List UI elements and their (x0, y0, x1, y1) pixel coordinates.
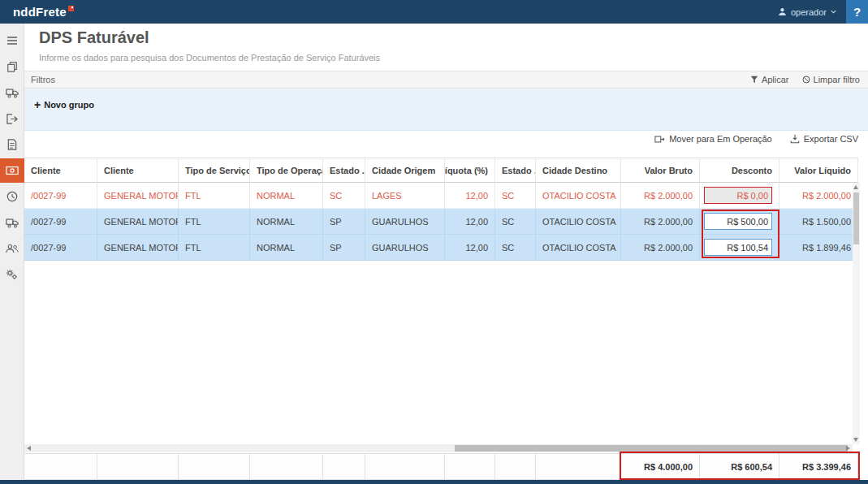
filters-bar: Filtros Aplicar Limpar filtro (24, 71, 868, 89)
cell-cidade-destino: OTACILIO COSTA (536, 183, 621, 209)
move-box-icon (654, 135, 665, 144)
app-logo[interactable]: nddFrete (13, 5, 74, 19)
total-empty-cell (365, 454, 445, 480)
cell-valor-liquido: R$ 2.000,00 (779, 183, 858, 209)
cell-tipo-operacao: NORMAL (250, 183, 323, 209)
cell-cidade-origem: GUARULHOS (365, 235, 445, 261)
cell-aliquota: 12,00 (445, 235, 495, 261)
col-tipo-operacao[interactable]: Tipo de Operação (250, 158, 323, 183)
export-csv-button[interactable]: Exportar CSV (790, 134, 858, 144)
page-title: DPS Faturável (39, 28, 149, 47)
cell-valor-liquido: R$ 1.899,46 (779, 235, 858, 261)
cell-valor-bruto: R$ 2.000,00 (621, 235, 700, 261)
cell-estado-destino: SC (495, 183, 536, 209)
menu-icon[interactable] (0, 28, 24, 53)
desconto-input[interactable] (704, 213, 772, 230)
cell-tipo-operacao: NORMAL (250, 209, 323, 235)
desconto-input[interactable] (704, 187, 772, 204)
table-row[interactable]: /0027-99 GENERAL MOTORS ... FTL NORMAL S… (24, 209, 858, 235)
cell-tipo-servico: FTL (179, 235, 250, 261)
col-tipo-servico[interactable]: Tipo de Serviço (179, 158, 250, 183)
col-cliente-doc[interactable]: Cliente (24, 158, 97, 183)
user-icon (778, 7, 787, 16)
app-window: nddFrete operador ? (0, 0, 868, 484)
cell-cliente-doc: /0027-99 (24, 183, 97, 209)
cell-desconto (700, 209, 779, 235)
settings-gears-icon[interactable] (0, 262, 24, 287)
scroll-right-arrow[interactable] (846, 446, 850, 451)
clear-filter-button[interactable]: Limpar filtro (802, 75, 860, 84)
cell-tipo-operacao: NORMAL (250, 235, 323, 261)
total-empty-cell (97, 454, 179, 480)
exit-icon[interactable] (0, 106, 24, 131)
cell-cliente: GENERAL MOTORS ... (97, 235, 179, 261)
slash-circle-icon (802, 76, 810, 84)
truck-icon[interactable] (0, 80, 24, 105)
page-subtitle: Informe os dados para pesquisa dos Docum… (39, 53, 380, 63)
download-icon (790, 134, 800, 144)
cell-aliquota: 12,00 (445, 183, 495, 209)
apply-filter-label: Aplicar (762, 75, 789, 84)
cell-cidade-destino: OTACILIO COSTA (536, 235, 621, 261)
total-empty-cell (445, 454, 495, 480)
total-empty-cell (495, 454, 536, 480)
copy-documents-icon[interactable] (0, 54, 24, 79)
col-valor-liquido[interactable]: Valor Líquido (779, 158, 858, 183)
users-icon[interactable] (0, 236, 24, 261)
plus-icon: + (34, 98, 41, 111)
col-aliquota[interactable]: Alíquota (%) (445, 158, 495, 183)
move-to-operation-button[interactable]: Mover para Em Operação (654, 134, 772, 144)
user-menu[interactable]: operador (768, 0, 846, 24)
total-empty-cell (323, 454, 365, 480)
document-icon[interactable] (0, 132, 24, 157)
table-row[interactable]: /0027-99 GENERAL MOTORS ... FTL NORMAL S… (24, 183, 858, 209)
total-valor-bruto: R$ 4.000,00 (621, 454, 700, 480)
cell-cliente-doc: /0027-99 (24, 235, 97, 261)
cell-estado-origem: SP (323, 209, 365, 235)
funnel-icon (750, 76, 758, 84)
billing-money-icon[interactable] (0, 158, 24, 183)
col-cliente[interactable]: Cliente (97, 158, 179, 183)
total-empty-cell (24, 454, 97, 480)
new-group-label: Novo grupo (44, 100, 94, 110)
help-button[interactable]: ? (846, 0, 868, 24)
col-cidade-origem[interactable]: Cidade Origem (365, 158, 445, 183)
cell-cliente-doc: /0027-99 (24, 209, 97, 235)
delivery-truck-icon[interactable] (0, 210, 24, 235)
col-desconto[interactable]: Desconto (700, 158, 779, 183)
vertical-scroll-thumb[interactable] (853, 192, 859, 244)
app-logo-text: nddFrete (13, 5, 67, 19)
cell-cliente: GENERAL MOTORS ... (97, 209, 179, 235)
sidebar (0, 24, 24, 480)
table-row[interactable]: /0027-99 GENERAL MOTORS ... FTL NORMAL S… (24, 235, 858, 261)
horizontal-scroll-thumb[interactable] (455, 445, 848, 452)
desconto-input[interactable] (704, 239, 772, 256)
apply-filter-button[interactable]: Aplicar (750, 75, 789, 84)
col-estado-origem[interactable]: Estado ... (323, 158, 365, 183)
scroll-left-arrow[interactable] (27, 446, 31, 451)
horizontal-scrollbar[interactable] (24, 444, 853, 452)
logo-mark-icon (68, 6, 74, 11)
cell-aliquota: 12,00 (445, 209, 495, 235)
vertical-scrollbar[interactable] (853, 183, 860, 444)
scroll-up-arrow[interactable] (853, 185, 858, 189)
col-cidade-destino[interactable]: Cidade Destino (536, 158, 621, 183)
history-clock-icon[interactable] (0, 184, 24, 209)
cell-desconto (700, 183, 779, 209)
table-header-row: Cliente Cliente Tipo de Serviço Tipo de … (24, 158, 858, 183)
cell-estado-destino: SC (495, 235, 536, 261)
main-content: DPS Faturável Informe os dados para pesq… (24, 24, 868, 480)
move-to-operation-label: Mover para Em Operação (669, 134, 772, 144)
chevron-down-icon (831, 10, 836, 14)
total-empty-cell (536, 454, 621, 480)
filter-group-panel: + Novo grupo (24, 89, 868, 131)
cell-valor-bruto: R$ 2.000,00 (621, 209, 700, 235)
cell-cidade-destino: OTACILIO COSTA (536, 209, 621, 235)
col-estado-destino[interactable]: Estado ... (495, 158, 536, 183)
col-valor-bruto[interactable]: Valor Bruto (621, 158, 700, 183)
scroll-down-arrow[interactable] (853, 438, 858, 442)
totals-row: R$ 4.000,00 R$ 600,54 R$ 3.399,46 (24, 453, 858, 480)
new-group-button[interactable]: + Novo grupo (34, 98, 94, 111)
export-csv-label: Exportar CSV (804, 134, 858, 144)
cell-estado-origem: SC (323, 183, 365, 209)
